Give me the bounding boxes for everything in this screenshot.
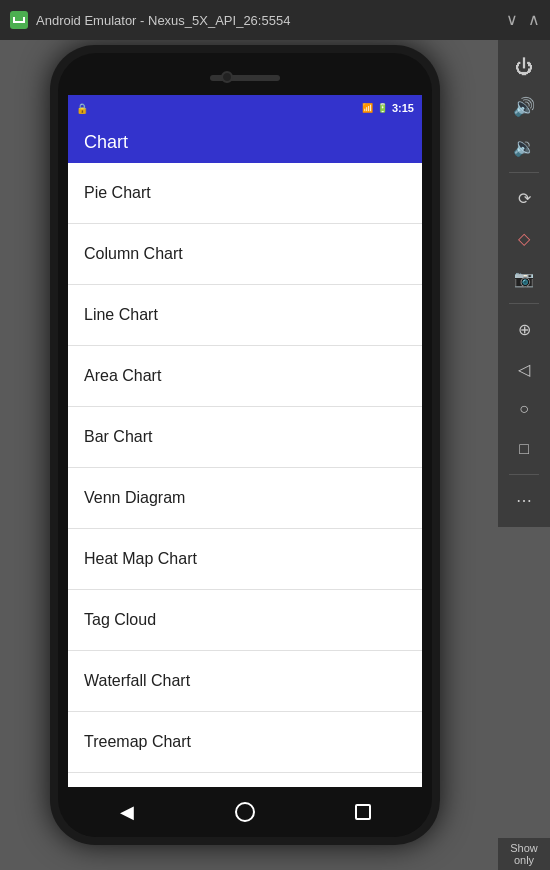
app-title: Chart xyxy=(84,132,128,153)
zoom-in-icon: ⊕ xyxy=(518,320,531,339)
list-item[interactable]: Heat Map Chart xyxy=(68,529,422,590)
list-item[interactable]: Treemap Chart xyxy=(68,712,422,773)
phone-nav: ◀ xyxy=(68,787,422,837)
nav-back-button[interactable]: ◀ xyxy=(112,797,142,827)
front-camera xyxy=(221,71,233,83)
camera-icon: 📷 xyxy=(514,269,534,288)
rotate-button[interactable]: ⟳ xyxy=(504,179,544,217)
chart-list: Pie ChartColumn ChartLine ChartArea Char… xyxy=(68,163,422,787)
phone-screen: 🔒 📶 🔋 3:15 Chart Pie ChartColumn ChartLi… xyxy=(68,95,422,787)
toolbar-divider-3 xyxy=(509,474,539,475)
list-item-label: Pie Chart xyxy=(84,184,151,202)
phone-frame: 🔒 📶 🔋 3:15 Chart Pie ChartColumn ChartLi… xyxy=(50,45,440,845)
side-toolbar: ⏻ 🔊 🔉 ⟳ ◇ 📷 ⊕ ◁ ○ □ ⋯ xyxy=(498,40,550,527)
screenshot-button[interactable]: 📷 xyxy=(504,259,544,297)
nav-recents-button[interactable] xyxy=(348,797,378,827)
show-only-label[interactable]: Show only xyxy=(498,838,550,870)
square-button[interactable]: □ xyxy=(504,430,544,468)
list-item-label: Heat Map Chart xyxy=(84,550,197,568)
chevron-down-icon[interactable]: ∨ xyxy=(506,12,518,28)
list-item[interactable]: Line Chart xyxy=(68,285,422,346)
eraser-button[interactable]: ◇ xyxy=(504,219,544,257)
nav-home-button[interactable] xyxy=(230,797,260,827)
list-item[interactable]: Tag Cloud xyxy=(68,590,422,651)
square-icon: □ xyxy=(519,440,529,458)
time-display: 3:15 xyxy=(392,102,414,114)
list-item-label: Line Chart xyxy=(84,306,158,324)
lock-icon: 🔒 xyxy=(76,103,88,114)
zoom-in-button[interactable]: ⊕ xyxy=(504,310,544,348)
app-title-bar: Chart xyxy=(68,121,422,163)
more-button[interactable]: ⋯ xyxy=(504,481,544,519)
volume-up-icon: 🔊 xyxy=(513,96,535,118)
list-item-label: Bar Chart xyxy=(84,428,152,446)
eraser-icon: ◇ xyxy=(518,229,530,248)
status-bar-right: 📶 🔋 3:15 xyxy=(362,102,414,114)
circle-button[interactable]: ○ xyxy=(504,390,544,428)
power-button[interactable]: ⏻ xyxy=(504,48,544,86)
list-item[interactable]: Area Chart xyxy=(68,346,422,407)
list-item[interactable]: Waterfall Chart xyxy=(68,651,422,712)
back-button[interactable]: ◁ xyxy=(504,350,544,388)
status-bar: 🔒 📶 🔋 3:15 xyxy=(68,95,422,121)
rotate-icon: ⟳ xyxy=(518,189,531,208)
volume-up-button[interactable]: 🔊 xyxy=(504,88,544,126)
list-item[interactable]: Venn Diagram xyxy=(68,468,422,529)
back-triangle-icon: ◁ xyxy=(518,360,530,379)
more-icon: ⋯ xyxy=(516,491,532,510)
list-item[interactable]: Column Chart xyxy=(68,224,422,285)
taskbar: Android Emulator - Nexus_5X_API_26:5554 … xyxy=(0,0,550,40)
back-arrow-icon: ◀ xyxy=(120,801,134,823)
recents-square-icon xyxy=(355,804,371,820)
status-bar-left: 🔒 xyxy=(76,103,88,114)
list-item[interactable]: Pie Chart xyxy=(68,163,422,224)
circle-icon: ○ xyxy=(519,400,529,418)
taskbar-controls: ∨ ∧ xyxy=(506,12,540,28)
chevron-up-icon[interactable]: ∧ xyxy=(528,12,540,28)
toolbar-divider-2 xyxy=(509,303,539,304)
battery-icon: 🔋 xyxy=(377,103,388,113)
taskbar-left: Android Emulator - Nexus_5X_API_26:5554 xyxy=(10,11,290,29)
list-item-label: Venn Diagram xyxy=(84,489,185,507)
signal-icon: 📶 xyxy=(362,103,373,113)
list-item[interactable]: Bar Chart xyxy=(68,407,422,468)
volume-down-icon: 🔉 xyxy=(513,136,535,158)
list-item-label: Area Chart xyxy=(84,367,161,385)
volume-down-button[interactable]: 🔉 xyxy=(504,128,544,166)
list-item-label: Waterfall Chart xyxy=(84,672,190,690)
taskbar-green-icon[interactable] xyxy=(10,11,28,29)
list-item-label: Column Chart xyxy=(84,245,183,263)
phone-inner: 🔒 📶 🔋 3:15 Chart Pie ChartColumn ChartLi… xyxy=(58,53,432,837)
toolbar-divider-1 xyxy=(509,172,539,173)
taskbar-title: Android Emulator - Nexus_5X_API_26:5554 xyxy=(36,13,290,28)
power-icon: ⏻ xyxy=(515,57,533,78)
home-circle-icon xyxy=(235,802,255,822)
list-item-label: Tag Cloud xyxy=(84,611,156,629)
list-item-label: Treemap Chart xyxy=(84,733,191,751)
